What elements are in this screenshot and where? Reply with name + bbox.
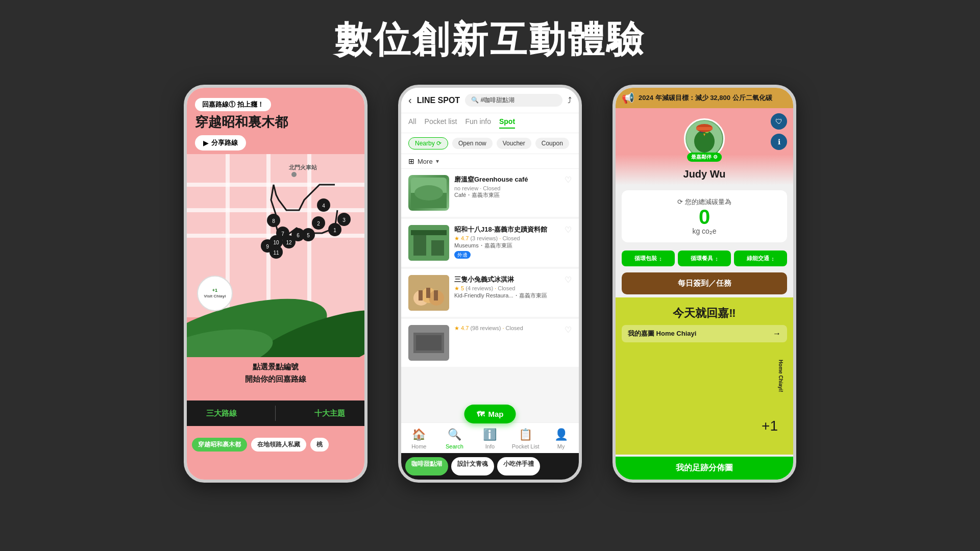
place-thumb-2 xyxy=(408,225,449,261)
heart-icon-1[interactable]: ♡ xyxy=(565,175,572,185)
place-type-2: Museums・嘉義市東區 xyxy=(454,242,559,249)
tag-local[interactable]: 在地領路人私藏 xyxy=(251,438,306,452)
back-arrow-icon[interactable]: ‹ xyxy=(408,94,412,106)
place-card-1[interactable]: 磨溫窒Greenhouse café no review · Closed Ca… xyxy=(401,169,579,217)
home-nav-label: Home xyxy=(411,443,426,449)
phone3-banner: 📢 2024 年減碳目標：減少 32,800 公斤二氧化碳 xyxy=(616,88,793,108)
action-packaging[interactable]: 循環包裝 ↕ xyxy=(622,251,675,266)
place-card-3[interactable]: 三隻小兔義式冰淇淋 ★ 5 (4 reviews) · Closed Kid-F… xyxy=(401,269,579,317)
svg-text:12: 12 xyxy=(286,240,292,245)
tag-showa[interactable]: 穿越昭和裹木都 xyxy=(192,438,247,452)
tab-spot[interactable]: Spot xyxy=(499,117,515,129)
green-section-title: 今天就回嘉‼ xyxy=(622,306,787,321)
phone3-green-section: Home Chiayi! 今天就回嘉‼ +1 我的嘉圖 Home Chiayi … xyxy=(616,297,793,455)
filter-coupon[interactable]: Coupon xyxy=(535,138,569,149)
phone1-content: Home Chiayi! 回嘉路線① 拍上癮！ 穿越昭和裏木都 ▶ 分享路線 xyxy=(187,88,364,480)
search-nav-label: Search xyxy=(446,443,463,449)
filter-nearby[interactable]: Nearby ⟳ xyxy=(408,137,448,149)
place-thumb-1 xyxy=(408,175,449,211)
place-type-3: Kid-Friendly Restaura...・嘉義市東區 xyxy=(454,292,559,299)
info-nav-label: Info xyxy=(485,443,495,449)
carbon-actions: 循環包裝 ↕ 循環餐具 ↕ 綠能交通 ↕ xyxy=(622,251,787,266)
shield-buttons: 🛡 ℹ xyxy=(771,113,787,150)
share-route-button[interactable]: ▶ 分享路線 xyxy=(195,135,246,151)
tag-snacks[interactable]: 小吃伴手禮 xyxy=(497,457,540,475)
place-card-4[interactable]: ★ 4.7 (98 reviews) · Closed ♡ xyxy=(401,319,579,367)
tag-peach[interactable]: 桃 xyxy=(310,438,329,452)
banner-text: 2024 年減碳目標：減少 32,800 公斤二氧化碳 xyxy=(639,93,787,103)
phone2-more-row: ⊞ More ▾ xyxy=(401,154,579,169)
avatar-area: 最嘉鄰伴 ⚙ xyxy=(684,118,725,159)
my-nav-label: My xyxy=(557,443,565,449)
svg-text:11: 11 xyxy=(273,250,279,256)
tab-funinfo[interactable]: Fun info xyxy=(465,117,491,129)
place-stars-3: ★ 5 (4 reviews) · Closed xyxy=(454,285,559,292)
svg-rect-39 xyxy=(413,235,426,256)
map-icon: 🗺 xyxy=(477,410,484,418)
filter-open-now[interactable]: Open now xyxy=(452,138,493,149)
phone1-themes-btn[interactable]: 十大主題 xyxy=(314,409,345,418)
place-info-1: 磨溫窒Greenhouse café no review · Closed Ca… xyxy=(454,175,559,199)
pocket-nav-label: Pocket List xyxy=(512,443,540,449)
map-float-button[interactable]: 🗺 Map xyxy=(464,405,516,423)
heart-icon-4[interactable]: ♡ xyxy=(565,325,572,335)
avatar-badge: 最嘉鄰伴 ⚙ xyxy=(687,153,722,162)
share-icon[interactable]: ⤴ xyxy=(568,96,572,105)
svg-rect-40 xyxy=(431,240,444,256)
footprint-title: 我的足跡分佈圖 xyxy=(622,463,787,473)
phone1-badge: 回嘉路線① 拍上癮！ xyxy=(195,98,271,111)
more-label[interactable]: More xyxy=(418,158,433,165)
heart-icon-3[interactable]: ♡ xyxy=(565,275,572,285)
action-transport[interactable]: 綠能交通 ↕ xyxy=(734,251,787,266)
carbon-box: ⟳ 您的總減碳量為 0 kg co₂e xyxy=(622,190,787,242)
tab-all[interactable]: All xyxy=(408,117,416,129)
phone1-routes-btn[interactable]: 三大路線 xyxy=(206,409,237,418)
arrow-decoration: +1 xyxy=(762,418,778,434)
nav-info[interactable]: ℹ️ Info xyxy=(472,428,508,449)
search-tag-icon: 🔍 xyxy=(471,96,479,104)
svg-text:8: 8 xyxy=(272,218,275,224)
nav-search[interactable]: 🔍 Search xyxy=(437,428,473,449)
search-tag[interactable]: 🔍 #咖啡甜點湖 xyxy=(465,94,562,107)
megaphone-icon: 📢 xyxy=(622,92,634,104)
tag-coffee[interactable]: 咖啡甜點湖 xyxy=(405,457,448,475)
shield-icon-1[interactable]: 🛡 xyxy=(771,113,787,130)
action-utensils[interactable]: 循環餐具 ↕ xyxy=(678,251,731,266)
phone2-bottom-tags: 咖啡甜點湖 設計文青魂 小吃伴手禮 xyxy=(401,453,579,480)
place-card-2[interactable]: 昭和十八J18-嘉義市史蹟資料館 ★ 4.7 (3 reviews) · Clo… xyxy=(401,219,579,267)
phone1-top: 回嘉路線① 拍上癮！ 穿越昭和裏木都 ▶ 分享路線 xyxy=(187,88,364,156)
home-link-text: 我的嘉圖 Home Chiayi xyxy=(628,329,696,338)
phone2-tabs: All Pocket list Fun info Spot xyxy=(401,113,579,133)
pocket-nav-icon: 📋 xyxy=(519,428,532,441)
phone-1: Home Chiayi! 回嘉路線① 拍上癮！ 穿越昭和裏木都 ▶ 分享路線 xyxy=(184,85,368,483)
filter-voucher[interactable]: Voucher xyxy=(497,138,531,149)
shield-icon-2[interactable]: ℹ xyxy=(771,134,787,150)
user-name: Judy Wu xyxy=(683,168,726,180)
svg-text:10: 10 xyxy=(273,240,279,245)
phone1-tags: 穿越昭和裹木都 在地領路人私藏 桃 xyxy=(187,438,364,452)
carbon-unit: kg co₂e xyxy=(632,227,777,235)
footprint-section: 我的足跡分佈圖 xyxy=(616,457,793,480)
place-info-3: 三隻小兔義式冰淇淋 ★ 5 (4 reviews) · Closed Kid-F… xyxy=(454,275,559,299)
tag-design[interactable]: 設計文青魂 xyxy=(451,457,494,475)
heart-icon-2[interactable]: ♡ xyxy=(565,225,572,235)
phone1-logo: +1Visit Chiayi xyxy=(197,276,233,311)
line-spot-logo: LINE SPOT xyxy=(417,96,460,105)
nav-pocket[interactable]: 📋 Pocket List xyxy=(508,428,544,449)
my-nav-icon: 👤 xyxy=(554,428,568,441)
svg-rect-51 xyxy=(416,335,442,350)
tab-pocket[interactable]: Pocket list xyxy=(425,117,457,129)
svg-text:6: 6 xyxy=(297,233,300,238)
home-link[interactable]: 我的嘉圖 Home Chiayi → xyxy=(622,325,787,342)
daily-checkin-btn[interactable]: 每日簽到／任務 xyxy=(622,272,787,294)
svg-text:5: 5 xyxy=(307,233,310,238)
phone2-bottom-nav: 🏠 Home 🔍 Search ℹ️ Info 📋 Pocket List 👤 … xyxy=(401,422,579,453)
svg-rect-59 xyxy=(696,127,713,130)
nav-my[interactable]: 👤 My xyxy=(543,428,579,449)
svg-point-53 xyxy=(694,130,715,153)
phone1-bottom-bar[interactable]: 三大路線 十大主題 xyxy=(187,400,364,426)
place-name-1: 磨溫窒Greenhouse café xyxy=(454,175,559,184)
phone3-side-label: Home Chiayi! xyxy=(778,360,784,392)
arrow-right-icon: → xyxy=(773,329,781,338)
nav-home[interactable]: 🏠 Home xyxy=(401,428,437,449)
